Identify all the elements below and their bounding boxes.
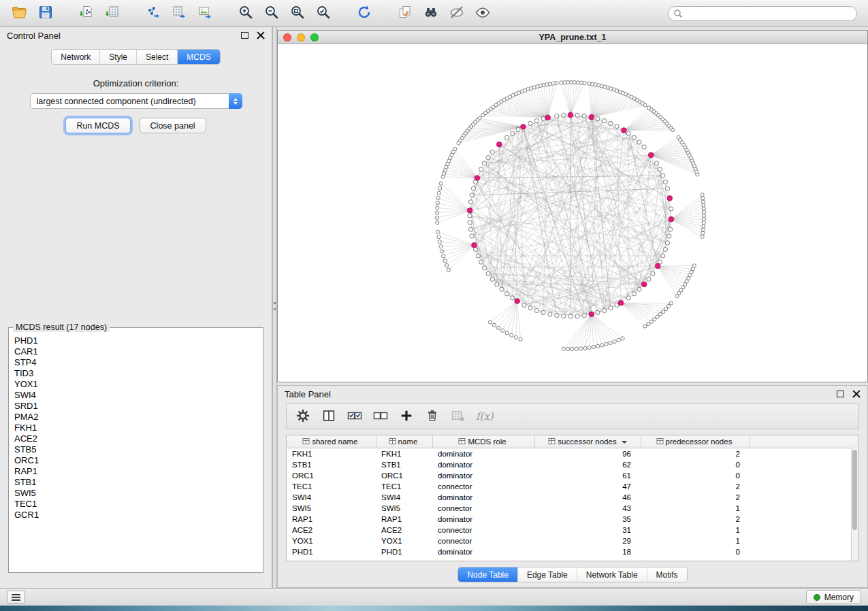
network-node[interactable] — [481, 114, 485, 117]
network-node[interactable] — [488, 320, 492, 324]
network-node[interactable] — [588, 82, 591, 85]
network-node[interactable] — [568, 314, 573, 318]
network-node[interactable] — [505, 292, 509, 296]
network-node[interactable] — [501, 329, 504, 332]
table-row[interactable]: FKH1FKH1dominator962 — [287, 448, 859, 460]
list-item[interactable]: ACE2 — [14, 433, 257, 444]
list-item[interactable]: FKH1 — [14, 423, 257, 433]
list-item[interactable]: YOX1 — [14, 379, 257, 390]
network-node[interactable] — [555, 314, 559, 318]
network-node[interactable] — [663, 248, 667, 252]
network-node[interactable] — [573, 81, 576, 84]
network-node[interactable] — [570, 347, 574, 350]
list-item[interactable]: STB5 — [14, 444, 257, 455]
network-node[interactable] — [495, 282, 499, 286]
network-node[interactable] — [511, 296, 515, 300]
network-node[interactable] — [435, 216, 438, 219]
network-dominator-node[interactable] — [589, 312, 594, 317]
close-table-panel-icon[interactable] — [852, 390, 861, 398]
zoom-fit-button[interactable] — [285, 3, 310, 24]
network-node[interactable] — [658, 167, 662, 171]
network-node[interactable] — [566, 80, 570, 84]
tab-motifs[interactable]: Motifs — [647, 567, 687, 582]
network-node[interactable] — [534, 118, 539, 122]
network-node[interactable] — [470, 193, 474, 197]
memory-button[interactable]: Memory — [806, 590, 861, 604]
list-item[interactable]: SRD1 — [14, 401, 257, 412]
network-node[interactable] — [647, 277, 651, 281]
network-node[interactable] — [701, 197, 705, 200]
first-neighbors-button[interactable] — [418, 3, 444, 24]
list-item[interactable]: PHD1 — [14, 335, 257, 346]
network-node[interactable] — [632, 135, 636, 139]
open-session-button[interactable] — [7, 3, 33, 24]
list-item[interactable]: ORC1 — [14, 455, 257, 466]
network-node[interactable] — [702, 221, 705, 225]
network-node[interactable] — [651, 271, 655, 276]
window-maximize-traffic-icon[interactable] — [310, 33, 319, 42]
network-node[interactable] — [486, 156, 490, 160]
list-item[interactable]: GCR1 — [14, 510, 257, 521]
network-node[interactable] — [583, 346, 587, 350]
network-node[interactable] — [551, 82, 555, 85]
network-node[interactable] — [500, 287, 504, 291]
network-dominator-node[interactable] — [655, 263, 660, 269]
network-node[interactable] — [602, 308, 607, 312]
network-dominator-node[interactable] — [521, 125, 526, 130]
network-node[interactable] — [656, 315, 659, 318]
network-node[interactable] — [615, 125, 619, 129]
network-dominator-node[interactable] — [475, 176, 480, 181]
import-network-button[interactable] — [74, 3, 99, 24]
network-node[interactable] — [497, 326, 500, 329]
network-node[interactable] — [661, 174, 665, 178]
network-node[interactable] — [701, 200, 705, 203]
network-node[interactable] — [541, 116, 545, 120]
table-row[interactable]: PHD1PHD1dominator180 — [287, 546, 859, 557]
window-minimize-traffic-icon[interactable] — [297, 33, 305, 42]
table-scrollbar-thumb[interactable] — [852, 450, 857, 530]
network-node[interactable] — [516, 127, 520, 131]
list-item[interactable]: STP4 — [14, 357, 257, 368]
show-column-button[interactable] — [318, 406, 340, 427]
network-node[interactable] — [654, 161, 658, 165]
network-canvas[interactable] — [278, 44, 867, 382]
network-node[interactable] — [675, 294, 679, 297]
zoom-in-button[interactable] — [233, 3, 259, 24]
network-graph[interactable] — [278, 44, 867, 382]
table-row[interactable]: RAP1RAP1dominator352 — [287, 514, 859, 525]
network-node[interactable] — [579, 347, 583, 350]
export-network-button[interactable] — [140, 3, 166, 24]
network-dominator-node[interactable] — [589, 114, 594, 120]
network-window-titlebar[interactable]: YPA_prune.txt_1 — [278, 31, 867, 44]
table-row[interactable]: ORC1ORC1dominator610 — [287, 470, 859, 481]
network-node[interactable] — [575, 347, 578, 350]
network-dominator-node[interactable] — [568, 112, 573, 118]
table-row[interactable]: ACE2ACE2connector311 — [287, 525, 859, 535]
network-node[interactable] — [667, 234, 671, 238]
table-row[interactable]: TEC1TEC1connector472 — [287, 481, 859, 492]
graphics-details-button[interactable] — [444, 3, 470, 24]
network-dominator-node[interactable] — [641, 282, 647, 287]
network-node[interactable] — [643, 325, 647, 328]
network-node[interactable] — [569, 80, 573, 84]
list-item[interactable]: CAR1 — [14, 346, 257, 357]
network-node[interactable] — [664, 307, 668, 310]
network-node[interactable] — [609, 121, 613, 125]
show-hide-button[interactable] — [470, 3, 496, 24]
network-node[interactable] — [443, 259, 447, 263]
network-node[interactable] — [637, 287, 641, 291]
network-node[interactable] — [596, 344, 600, 348]
table-row[interactable]: SWI4SWI4dominator462 — [287, 492, 859, 503]
network-node[interactable] — [600, 344, 604, 347]
network-node[interactable] — [482, 161, 486, 165]
import-table-button[interactable] — [99, 3, 125, 24]
network-node[interactable] — [562, 113, 566, 117]
criterion-dropdown[interactable]: largest connected component (undirected) — [30, 93, 242, 109]
network-node[interactable] — [435, 211, 438, 214]
network-node[interactable] — [468, 214, 472, 218]
unselect-all-columns-button[interactable] — [370, 406, 391, 427]
column-header-shared-name[interactable]: shared name — [287, 435, 376, 448]
network-dominator-node[interactable] — [669, 216, 674, 222]
column-header-predecessor-nodes[interactable]: predecessor nodes — [641, 435, 750, 448]
network-node[interactable] — [653, 318, 656, 321]
